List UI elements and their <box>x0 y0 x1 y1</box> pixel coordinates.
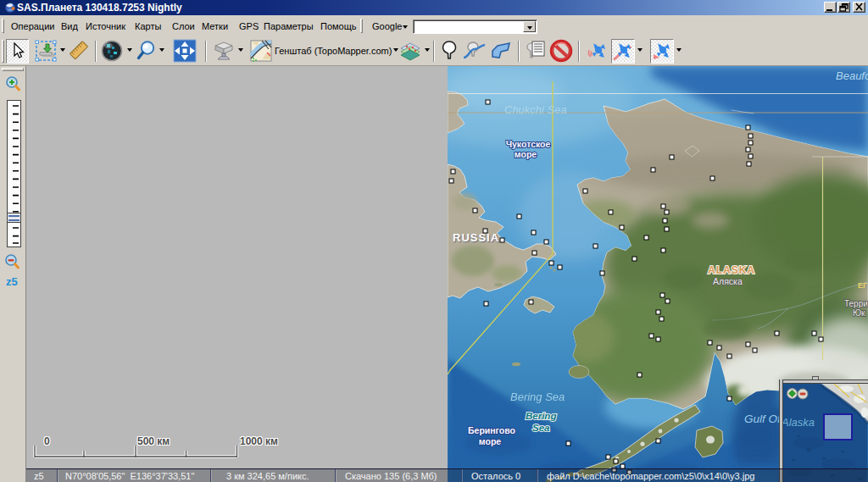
svg-text:Sea: Sea <box>532 423 550 433</box>
svg-text:Берингово: Берингово <box>468 425 515 435</box>
svg-text:Alaska: Alaska <box>783 416 815 429</box>
svg-text:Bering: Bering <box>526 411 556 421</box>
svg-text:0: 0 <box>44 435 50 447</box>
svg-text:ЕГ: ЕГ <box>858 281 867 290</box>
svg-text:море: море <box>479 436 501 446</box>
svg-text:Юк: Юк <box>853 308 865 318</box>
svg-text:море: море <box>515 149 537 159</box>
svg-text:Bering Sea: Bering Sea <box>510 391 565 403</box>
svg-text:ALASKA: ALASKA <box>708 264 755 276</box>
svg-text:RUSSIA: RUSSIA <box>453 231 499 244</box>
svg-text:Аляска: Аляска <box>713 276 743 286</box>
svg-text:Beaufo: Beaufo <box>836 69 868 82</box>
svg-text:Chukchi Sea: Chukchi Sea <box>504 103 567 116</box>
svg-text:Терри: Терри <box>844 299 868 308</box>
svg-text:Чукотское: Чукотское <box>506 139 551 149</box>
svg-text:1000 км: 1000 км <box>240 435 278 447</box>
svg-text:500 км: 500 км <box>137 435 170 447</box>
